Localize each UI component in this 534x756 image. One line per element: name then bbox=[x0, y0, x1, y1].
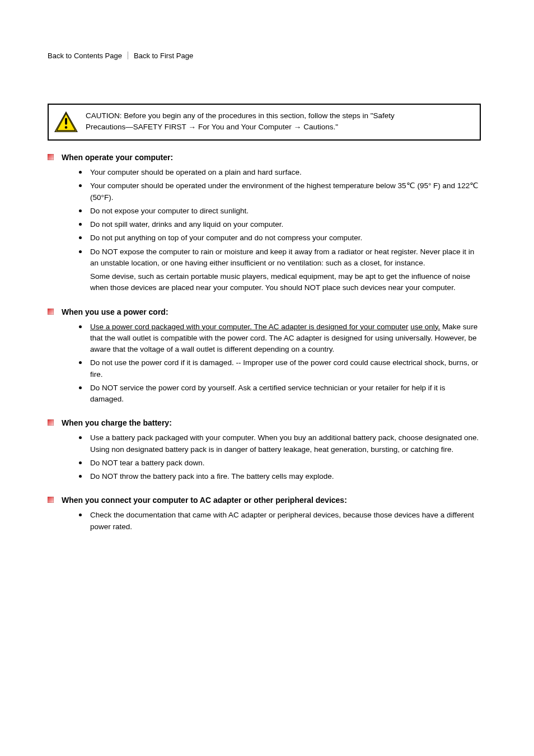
bullet-text: Do not put anything on top of your compu… bbox=[90, 234, 362, 242]
caution-box: CAUTION: Before you begin any of the pro… bbox=[48, 104, 481, 141]
list-item: Check the documentation that came with A… bbox=[79, 510, 481, 533]
back-first-page-link[interactable]: Back to First Page bbox=[134, 50, 193, 62]
section-operate: When operate your computer: Your compute… bbox=[48, 152, 481, 294]
section-title: When you use a power cord: bbox=[62, 306, 168, 318]
svg-point-3 bbox=[65, 126, 68, 129]
degree-c-icon: ℃ bbox=[470, 181, 479, 190]
paragraph: Some devise, such as certain portable mu… bbox=[90, 271, 481, 294]
section-power-cord: When you use a power cord: Use a power c… bbox=[48, 306, 481, 405]
section-title: When you connect your computer to AC ada… bbox=[62, 494, 347, 506]
svg-rect-5 bbox=[48, 309, 54, 315]
bullet-text: Do NOT throw the battery pack into a fir… bbox=[90, 472, 334, 480]
square-bullet-icon bbox=[48, 309, 54, 315]
list-item: Do not spill water, drinks and any liqui… bbox=[79, 219, 481, 230]
list-item: Your computer should be operated on a pl… bbox=[79, 167, 481, 178]
bullet-list: Use a power cord packaged with your comp… bbox=[48, 321, 481, 405]
bullet-text: Do NOT tear a battery pack down. bbox=[90, 459, 205, 467]
bullet-list: Your computer should be operated on a pl… bbox=[48, 167, 481, 269]
svg-rect-7 bbox=[48, 497, 54, 503]
arrow-right-icon: → bbox=[293, 123, 301, 132]
list-item: Do not use the power cord if it is damag… bbox=[79, 357, 481, 380]
bullet-text: Do not expose your computer to direct su… bbox=[90, 207, 249, 215]
breadcrumb: Back to Contents Page Back to First Page bbox=[48, 50, 481, 62]
back-contents-link[interactable]: Back to Contents Page bbox=[48, 50, 122, 62]
bullet-list: Check the documentation that came with A… bbox=[48, 510, 481, 533]
section-charge-battery: When you charge the battery: Use a batte… bbox=[48, 417, 481, 482]
list-item: Do not expose your computer to direct su… bbox=[79, 206, 481, 217]
section-title: When you charge the battery: bbox=[62, 417, 172, 429]
list-item: Use a power cord packaged with your comp… bbox=[79, 321, 481, 356]
bullet-text: Do not use the power cord if it is damag… bbox=[90, 358, 478, 378]
bullet-list: Use a battery pack packaged with your co… bbox=[48, 432, 481, 482]
list-item: Do NOT expose the computer to rain or mo… bbox=[79, 246, 481, 269]
caution-text: CAUTION: Before you begin any of the pro… bbox=[86, 110, 472, 134]
list-item: Use a battery pack packaged with your co… bbox=[79, 432, 481, 455]
arrow-right-icon: → bbox=[188, 123, 196, 132]
breadcrumb-separator bbox=[128, 52, 128, 59]
bullet-text: Do NOT expose the computer to rain or mo… bbox=[90, 248, 474, 267]
bullet-text: (50°F). bbox=[90, 193, 113, 202]
section-title: When operate your computer: bbox=[62, 152, 173, 164]
paragraph-text: Some devise, such as certain portable mu… bbox=[90, 272, 470, 292]
warning-icon bbox=[54, 111, 78, 133]
svg-rect-6 bbox=[48, 419, 54, 426]
bullet-text: Use a battery pack packaged with your co… bbox=[90, 433, 479, 453]
list-item: Do NOT tear a battery pack down. bbox=[79, 458, 481, 469]
list-item: Do NOT throw the battery pack into a fir… bbox=[79, 471, 481, 482]
square-bullet-icon bbox=[48, 497, 54, 503]
section-header: When you connect your computer to AC ada… bbox=[48, 494, 481, 506]
section-header: When you use a power cord: bbox=[48, 306, 481, 318]
bullet-text: Your computer should be operated on a pl… bbox=[90, 168, 302, 176]
caution-line1: CAUTION: Before you begin any of the pro… bbox=[86, 111, 395, 120]
square-bullet-icon bbox=[48, 419, 54, 426]
degree-c-icon: ℃ bbox=[406, 181, 415, 190]
caution-line2b: For You and Your Computer bbox=[198, 123, 293, 131]
caution-line2a: Precautions—SAFETY FIRST bbox=[86, 123, 188, 131]
bullet-text: Check the documentation that came with A… bbox=[90, 511, 474, 530]
page-root: Back to Contents Page Back to First Page… bbox=[0, 0, 534, 756]
bullet-text: Your computer should be operated under t… bbox=[90, 181, 406, 190]
caution-line2c: Cautions." bbox=[303, 123, 338, 131]
bullet-text: (95° F) and 122 bbox=[417, 181, 470, 190]
bullet-text: Do NOT service the power cord by yoursel… bbox=[90, 384, 446, 403]
bullet-text-underlined: Use a power cord packaged with your comp… bbox=[90, 323, 409, 331]
svg-rect-2 bbox=[65, 118, 67, 124]
list-item: Do NOT service the power cord by yoursel… bbox=[79, 382, 481, 405]
section-connect-adapter: When you connect your computer to AC ada… bbox=[48, 494, 481, 533]
list-item: Your computer should be operated under t… bbox=[79, 180, 481, 203]
section-header: When operate your computer: bbox=[48, 152, 481, 164]
section-header: When you charge the battery: bbox=[48, 417, 481, 429]
list-item: Do not put anything on top of your compu… bbox=[79, 232, 481, 244]
svg-rect-4 bbox=[48, 154, 54, 160]
bullet-text-underlined: use only. bbox=[410, 323, 440, 331]
square-bullet-icon bbox=[48, 154, 54, 160]
bullet-text: Do not spill water, drinks and any liqui… bbox=[90, 220, 283, 228]
